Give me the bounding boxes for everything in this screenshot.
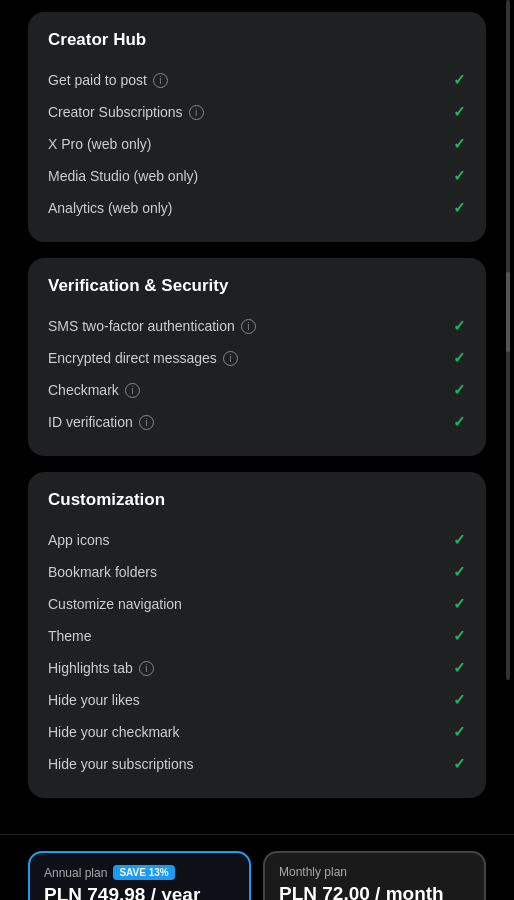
bottom-section: Annual plan SAVE 13% PLN 749.98 / year P…	[0, 834, 514, 900]
info-icon[interactable]: i	[125, 383, 140, 398]
feature-label: Theme	[48, 628, 92, 644]
feature-left: Encrypted direct messagesi	[48, 350, 453, 366]
verification-features: SMS two-factor authenticationi✓Encrypted…	[48, 310, 466, 438]
customization-card: Customization App icons✓Bookmark folders…	[28, 472, 486, 798]
check-icon: ✓	[453, 381, 466, 399]
feature-row: Hide your likes✓	[48, 684, 466, 716]
annual-save-badge: SAVE 13%	[113, 865, 174, 880]
info-icon[interactable]: i	[139, 415, 154, 430]
scrollbar-track	[506, 0, 510, 680]
feature-left: Hide your subscriptions	[48, 756, 453, 772]
check-icon: ✓	[453, 531, 466, 549]
scroll-wrapper: Creator Hub Get paid to posti✓Creator Su…	[0, 0, 514, 834]
feature-left: Analytics (web only)	[48, 200, 453, 216]
check-icon: ✓	[453, 691, 466, 709]
plans-row: Annual plan SAVE 13% PLN 749.98 / year P…	[28, 851, 486, 900]
feature-label: Hide your checkmark	[48, 724, 180, 740]
scrollbar-thumb	[506, 272, 510, 352]
feature-row: Encrypted direct messagesi✓	[48, 342, 466, 374]
feature-left: ID verificationi	[48, 414, 453, 430]
feature-label: App icons	[48, 532, 109, 548]
check-icon: ✓	[453, 199, 466, 217]
customization-title: Customization	[48, 490, 466, 510]
feature-row: Theme✓	[48, 620, 466, 652]
feature-row: Analytics (web only)✓	[48, 192, 466, 224]
creator-hub-card: Creator Hub Get paid to posti✓Creator Su…	[28, 12, 486, 242]
monthly-plan-header: Monthly plan	[279, 865, 470, 879]
feature-row: Media Studio (web only)✓	[48, 160, 466, 192]
info-icon[interactable]: i	[241, 319, 256, 334]
check-icon: ✓	[453, 167, 466, 185]
feature-label: Creator Subscriptions	[48, 104, 183, 120]
check-icon: ✓	[453, 595, 466, 613]
monthly-plan-price: PLN 72.00 / month	[279, 883, 470, 900]
monthly-plan-card[interactable]: Monthly plan PLN 72.00 / month PLN 864.0…	[263, 851, 486, 900]
feature-label: Encrypted direct messages	[48, 350, 217, 366]
feature-left: App icons	[48, 532, 453, 548]
check-icon: ✓	[453, 563, 466, 581]
feature-left: X Pro (web only)	[48, 136, 453, 152]
feature-left: Theme	[48, 628, 453, 644]
feature-label: X Pro (web only)	[48, 136, 151, 152]
feature-label: Analytics (web only)	[48, 200, 173, 216]
feature-row: X Pro (web only)✓	[48, 128, 466, 160]
creator-hub-title: Creator Hub	[48, 30, 466, 50]
feature-row: App icons✓	[48, 524, 466, 556]
feature-label: Get paid to post	[48, 72, 147, 88]
feature-label: Hide your likes	[48, 692, 140, 708]
feature-row: Creator Subscriptionsi✓	[48, 96, 466, 128]
page-container: Creator Hub Get paid to posti✓Creator Su…	[0, 0, 514, 900]
feature-label: Bookmark folders	[48, 564, 157, 580]
annual-plan-card[interactable]: Annual plan SAVE 13% PLN 749.98 / year P…	[28, 851, 251, 900]
feature-label: ID verification	[48, 414, 133, 430]
scroll-area: Creator Hub Get paid to posti✓Creator Su…	[0, 0, 514, 834]
verification-card: Verification & Security SMS two-factor a…	[28, 258, 486, 456]
feature-left: Hide your checkmark	[48, 724, 453, 740]
feature-left: Highlights tabi	[48, 660, 453, 676]
feature-label: Media Studio (web only)	[48, 168, 198, 184]
feature-label: Highlights tab	[48, 660, 133, 676]
feature-label: Customize navigation	[48, 596, 182, 612]
annual-plan-price: PLN 749.98 / year	[44, 884, 235, 900]
feature-left: Media Studio (web only)	[48, 168, 453, 184]
check-icon: ✓	[453, 627, 466, 645]
info-icon[interactable]: i	[223, 351, 238, 366]
verification-title: Verification & Security	[48, 276, 466, 296]
feature-row: Hide your subscriptions✓	[48, 748, 466, 780]
feature-row: Bookmark folders✓	[48, 556, 466, 588]
feature-left: Hide your likes	[48, 692, 453, 708]
check-icon: ✓	[453, 755, 466, 773]
feature-row: ID verificationi✓	[48, 406, 466, 438]
feature-row: Checkmarki✓	[48, 374, 466, 406]
annual-plan-header: Annual plan SAVE 13%	[44, 865, 235, 880]
feature-left: Checkmarki	[48, 382, 453, 398]
info-icon[interactable]: i	[139, 661, 154, 676]
feature-row: Customize navigation✓	[48, 588, 466, 620]
annual-plan-type: Annual plan	[44, 866, 107, 880]
info-icon[interactable]: i	[189, 105, 204, 120]
check-icon: ✓	[453, 413, 466, 431]
feature-row: SMS two-factor authenticationi✓	[48, 310, 466, 342]
feature-left: SMS two-factor authenticationi	[48, 318, 453, 334]
feature-left: Creator Subscriptionsi	[48, 104, 453, 120]
monthly-plan-type: Monthly plan	[279, 865, 347, 879]
creator-hub-features: Get paid to posti✓Creator Subscriptionsi…	[48, 64, 466, 224]
check-icon: ✓	[453, 659, 466, 677]
feature-row: Get paid to posti✓	[48, 64, 466, 96]
check-icon: ✓	[453, 71, 466, 89]
check-icon: ✓	[453, 135, 466, 153]
feature-row: Highlights tabi✓	[48, 652, 466, 684]
check-icon: ✓	[453, 723, 466, 741]
feature-left: Customize navigation	[48, 596, 453, 612]
check-icon: ✓	[453, 349, 466, 367]
feature-label: Checkmark	[48, 382, 119, 398]
feature-left: Get paid to posti	[48, 72, 453, 88]
feature-left: Bookmark folders	[48, 564, 453, 580]
feature-label: SMS two-factor authentication	[48, 318, 235, 334]
feature-row: Hide your checkmark✓	[48, 716, 466, 748]
info-icon[interactable]: i	[153, 73, 168, 88]
check-icon: ✓	[453, 317, 466, 335]
feature-label: Hide your subscriptions	[48, 756, 194, 772]
customization-features: App icons✓Bookmark folders✓Customize nav…	[48, 524, 466, 780]
check-icon: ✓	[453, 103, 466, 121]
